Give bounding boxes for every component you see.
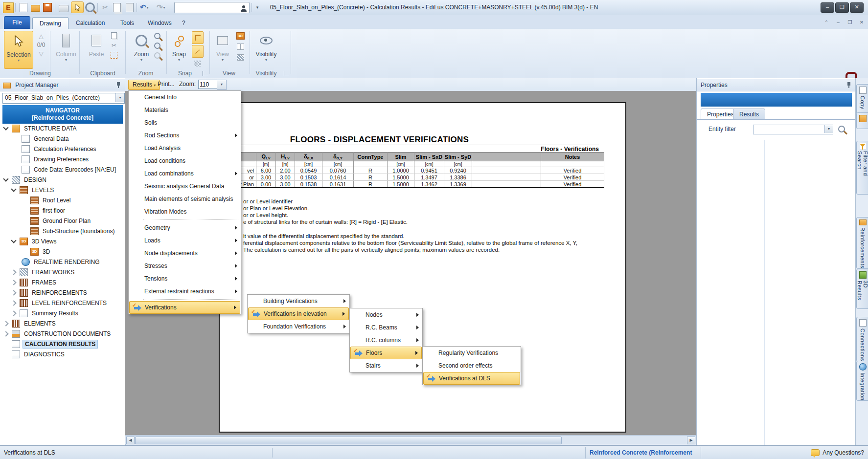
selection-button[interactable]: Selection ▾ [4, 31, 33, 69]
menu-item-general-info[interactable]: General Info [129, 91, 241, 104]
zoom-icon[interactable] [85, 2, 95, 12]
visibility-dialog-launcher-icon[interactable] [284, 71, 289, 76]
connections-side-tab[interactable]: Connections [856, 317, 868, 362]
tree-item-reinforcements[interactable]: REINFORCEMENTS [0, 287, 88, 298]
tree-item-general-data[interactable]: General Data [0, 133, 69, 144]
menu-item-building-verifications[interactable]: Building Verifications [248, 295, 349, 307]
menu-item-stairs[interactable]: Stairs [350, 359, 422, 372]
menu-item-external-restraint-reactions[interactable]: External restraint reactions [129, 285, 241, 298]
entity-filter-dropdown-icon[interactable]: ▾ [824, 125, 833, 133]
paste-special-icon[interactable] [110, 51, 118, 59]
copy-side-tab[interactable]: Copy [856, 84, 868, 114]
pin-icon[interactable] [116, 82, 121, 88]
view-section-icon[interactable] [236, 53, 245, 62]
open-folder-icon[interactable] [30, 2, 41, 12]
snap-endpoint-toggle[interactable] [192, 31, 204, 44]
visibility-button[interactable]: Visibility ▾ [251, 31, 281, 68]
results-menu-button[interactable]: Results ▾ [128, 80, 160, 90]
menu-item-stresses[interactable]: Stresses [129, 260, 241, 272]
zoom-button[interactable]: Zoom ▾ [127, 31, 156, 68]
snap-button[interactable]: Snap ▾ [168, 31, 190, 68]
entity-filter-search-button[interactable] [836, 124, 847, 134]
tree-item-structure-data[interactable]: STRUCTURE DATA [0, 123, 78, 133]
undo-icon[interactable]: ↶▾ [140, 2, 149, 12]
cut-small-icon[interactable]: ✂ [110, 42, 118, 49]
menu-item-nodes[interactable]: Nodes [350, 308, 422, 321]
save-icon[interactable] [43, 2, 52, 12]
menu-item-verifications-at-dls[interactable]: ✓ Verifications at DLS [423, 372, 520, 385]
copy-icon[interactable] [112, 2, 122, 12]
app-logo-icon[interactable]: E [3, 2, 14, 13]
tree-item-calculation-preferences[interactable]: Calculation Preferences [0, 144, 97, 154]
tree-item-design[interactable]: DESIGN [0, 175, 47, 185]
zoom-dropdown-icon[interactable]: ▾ [217, 80, 227, 90]
document-restore-icon[interactable]: ❐ [845, 19, 855, 26]
tab-windows[interactable]: Windows [141, 17, 179, 29]
tree-item-construction-documents[interactable]: CONSTRUCTION DOCUMENTS [0, 328, 112, 339]
print-button[interactable]: Print... [158, 80, 175, 89]
scroll-right-icon[interactable]: ▶ [687, 437, 695, 444]
minimize-button[interactable]: – [821, 2, 834, 13]
counter-up-icon[interactable]: △ [34, 33, 48, 40]
tab-file[interactable]: File [4, 16, 30, 30]
paste-button[interactable]: Paste [82, 31, 111, 68]
background-side-tab[interactable] [856, 112, 868, 129]
any-questions-button[interactable]: Any Questions? [811, 447, 864, 459]
tree-item-frames[interactable]: FRAMES [0, 277, 57, 287]
menu-item-verifications-in-elevation[interactable]: ✓ Verifications in elevation [248, 307, 349, 320]
menu-item-materials[interactable]: Materials [129, 104, 241, 116]
new-file-icon[interactable] [19, 2, 28, 12]
horizontal-scrollbar[interactable]: ◀ ▶ [125, 435, 696, 444]
menu-item-rod-sections[interactable]: Rod Sections [129, 129, 241, 142]
menu-item-main-elements-of-seismic-analysis[interactable]: Main elements of seismic analysis [129, 193, 241, 205]
project-selector-dropdown-icon[interactable]: ▾ [115, 93, 124, 102]
snap-grid-icon[interactable] [192, 59, 203, 68]
project-selector[interactable]: 05_Floor_Slab_on_Piles_(Concrete) ▾ [2, 93, 125, 104]
tree-item-summary-results[interactable]: Summary Results [0, 308, 79, 318]
zoom-value-input[interactable] [198, 80, 218, 89]
search-input[interactable] [174, 2, 250, 13]
menu-item-soils[interactable]: Soils [129, 116, 241, 129]
tree-item-elements[interactable]: ELEMENTS [0, 318, 57, 328]
tree-item-levels[interactable]: LEVELS [0, 185, 55, 195]
tab-tools[interactable]: Tools [114, 17, 141, 29]
tree-item-frameworks[interactable]: FRAMEWORKS [0, 267, 75, 277]
status-context[interactable]: Reinforced Concrete (Reinforcement [585, 447, 701, 459]
menu-item-vibration-modes[interactable]: Vibration Modes [129, 205, 241, 218]
scroll-left-icon[interactable]: ◀ [126, 437, 135, 444]
tab-results[interactable]: Results [733, 109, 765, 120]
tree-item-code-data[interactable]: Code Data: Eurocodes [NA:EU] [0, 164, 117, 175]
menu-item-regularity-verifications[interactable]: Regularity Verifications [423, 347, 521, 359]
view-layout-icon[interactable] [236, 42, 245, 51]
zoom-window-icon[interactable] [153, 32, 161, 40]
tree-item-first-floor[interactable]: first floor [0, 205, 66, 216]
entity-filter-select[interactable]: ▾ [753, 125, 833, 134]
menu-item-loads[interactable]: Loads [129, 234, 241, 247]
menu-item-seismic-analysis-general-data[interactable]: Seismic analysis General Data [129, 180, 241, 193]
tree-item-level-reinforcements[interactable]: LEVEL REINFORCEMENTS [0, 298, 108, 308]
tree-item-roof-level[interactable]: Roof Level [0, 195, 71, 205]
zoom-out-icon[interactable] [153, 42, 161, 49]
3d-results-side-tab[interactable]: 3D Results [856, 269, 868, 309]
menu-item-verifications[interactable]: ✓ Verifications [129, 301, 240, 314]
menu-item-node-displacements[interactable]: Node displacements [129, 247, 241, 260]
pin-icon[interactable] [846, 82, 851, 88]
tree-item-3d-views[interactable]: 3D3D Views [0, 236, 57, 246]
menu-item-foundation-verifications[interactable]: Foundation Verifications [248, 320, 349, 333]
document-minimize-icon[interactable]: – [833, 19, 843, 26]
view-button[interactable]: View ▾ [211, 31, 234, 68]
filter-and-search-side-tab[interactable]: Filter and Search [856, 141, 868, 195]
tree-item-realtime-rendering[interactable]: REALTIME RENDERING [0, 257, 100, 267]
cut-icon[interactable]: ✂ [100, 2, 110, 12]
tree-item-3d[interactable]: 3D3D [0, 246, 51, 257]
scrollbar-thumb[interactable] [135, 437, 562, 444]
print-icon[interactable] [58, 2, 69, 12]
close-button[interactable]: ✕ [850, 2, 864, 13]
menu-item-tensions[interactable]: Tensions [129, 272, 241, 285]
tree-item-sub-structure[interactable]: Sub-Structure (foundations) [0, 226, 115, 236]
snap-intersection-toggle[interactable] [192, 45, 204, 58]
menu-item-rc-beams[interactable]: R.C. Beams [350, 321, 422, 334]
menu-item-geometry[interactable]: Geometry [129, 221, 241, 234]
document-close-icon[interactable]: ✕ [857, 19, 867, 26]
menu-item-load-conditions[interactable]: Load conditions [129, 154, 241, 167]
